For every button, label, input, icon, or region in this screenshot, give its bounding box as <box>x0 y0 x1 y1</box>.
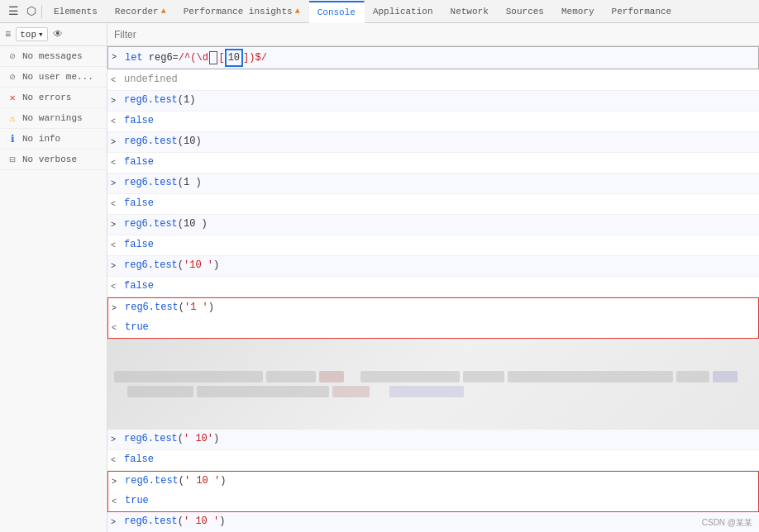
perf-warn-icon: ▲ <box>295 7 300 16</box>
blur-blocks <box>107 364 759 404</box>
blur-8 <box>713 371 738 382</box>
console-row-false4: < false <box>107 235 759 256</box>
blur-9 <box>127 386 193 397</box>
tab-console[interactable]: Console <box>309 1 365 23</box>
console-row-false2: < false <box>107 153 759 173</box>
no-user-label: No user me... <box>22 72 93 82</box>
tab-performance[interactable]: Performance <box>604 0 681 22</box>
menu-icon[interactable]: ☰ <box>7 5 20 18</box>
warning-icon: ⚠ <box>7 112 18 124</box>
top-nav: ☰ ⬡ Elements Recorder ▲ Performance insi… <box>0 0 759 23</box>
console-row-false5: < false <box>107 277 759 297</box>
arrow-right-2: > <box>111 94 124 109</box>
row-content-sp10spsp: reg6.test(' 10 ') <box>124 514 752 529</box>
user-icon: ⊘ <box>7 71 18 83</box>
blur-7 <box>676 371 709 382</box>
row-content-true1-hl: true <box>125 320 752 335</box>
console-row-test1: > reg6.test(1) <box>107 91 759 112</box>
sidebar-item-no-warnings[interactable]: ⚠ No warnings <box>0 108 107 129</box>
arrow-left-3: < <box>111 156 124 171</box>
nav-icons: ☰ ⬡ <box>3 5 42 18</box>
blurred-section <box>107 339 759 430</box>
blur-4 <box>360 371 460 382</box>
filter-input[interactable] <box>114 29 752 40</box>
console-row-undefined: < undefined <box>107 70 759 91</box>
console-row-true2-hl: < true <box>107 492 759 512</box>
arrow-left-9: < <box>112 495 125 510</box>
arrow-right-3: > <box>111 135 124 150</box>
console-row-sp10spsp: > reg6.test(' 10 ') <box>107 512 759 532</box>
arrow-left-2: < <box>111 115 124 130</box>
blur-2 <box>266 371 316 382</box>
no-messages-label: No messages <box>22 51 83 61</box>
row-content-test10sp: reg6.test(10 ) <box>124 216 752 231</box>
error-icon: ✕ <box>7 92 18 103</box>
no-info-label: No info <box>22 134 60 144</box>
tab-elements[interactable]: Elements <box>45 0 107 22</box>
tab-recorder[interactable]: Recorder ▲ <box>107 0 175 22</box>
row-content-test10spstr: reg6.test('10 ') <box>124 258 752 273</box>
arrow-right-7: > <box>112 302 125 316</box>
bracket-1 <box>209 51 218 64</box>
console-area: > let reg6=/^(\d [10])$/ < undefined > r… <box>107 23 759 532</box>
console-row-test10sp: > reg6.test(10 ) <box>107 215 759 235</box>
no-messages-icon: ⊘ <box>7 50 18 62</box>
row-content-test1spstr-hl: reg6.test('1 ') <box>125 300 752 315</box>
no-errors-label: No errors <box>22 93 71 102</box>
console-row-sp10sp-hl: > reg6.test(' 10 ') <box>107 471 759 492</box>
inspect-icon[interactable]: ⬡ <box>25 5 38 18</box>
blur-10 <box>197 386 329 397</box>
sidebar: ≡ top ▾ 👁 ⊘ No messages ⊘ No user me... … <box>0 23 107 532</box>
row-content-false6: false <box>124 452 752 467</box>
tab-sources[interactable]: Sources <box>498 0 553 22</box>
row-content-false2: false <box>124 154 752 169</box>
arrow-left-5: < <box>111 239 124 254</box>
console-row-true1-hl: < true <box>107 318 759 339</box>
arrow-right-10: > <box>111 515 124 530</box>
arrow-left-8: < <box>111 454 124 468</box>
console-toolbar <box>107 23 759 46</box>
sidebar-item-no-info[interactable]: ℹ No info <box>0 129 107 150</box>
tab-memory[interactable]: Memory <box>553 0 604 22</box>
row-content-test1sp: reg6.test(1 ) <box>124 175 752 190</box>
arrow-left-6: < <box>111 280 124 295</box>
chevron-down-icon: ▾ <box>38 29 44 40</box>
arrow-right-6: > <box>111 259 124 274</box>
console-row-false1: < false <box>107 112 759 132</box>
console-row-false6: < false <box>107 450 759 471</box>
no-warnings-label: No warnings <box>22 113 83 123</box>
arrow-right-9: > <box>112 475 125 490</box>
row-content-false4: false <box>124 237 752 252</box>
blur-3 <box>319 371 344 382</box>
console-row-test1spstr-hl: > reg6.test('1 ') <box>107 297 759 318</box>
row-content-false1: false <box>124 113 752 128</box>
tab-application[interactable]: Application <box>365 0 442 22</box>
blur-1 <box>114 371 263 382</box>
sidebar-item-no-verbose[interactable]: ⊟ No verbose <box>0 150 107 170</box>
console-content[interactable]: > let reg6=/^(\d [10])$/ < undefined > r… <box>107 46 759 532</box>
watermark: CSDN @某某 <box>702 517 752 529</box>
eye-icon[interactable]: 👁 <box>53 28 63 40</box>
console-row-false3: < false <box>107 194 759 215</box>
level-selector[interactable]: top ▾ <box>16 27 47 41</box>
sidebar-menu-btn[interactable]: ≡ <box>5 29 11 40</box>
row-content-true2-hl: true <box>125 493 752 508</box>
tab-performance-insights[interactable]: Performance insights ▲ <box>175 0 309 22</box>
recorder-warn-icon: ▲ <box>161 7 166 16</box>
blur-11 <box>332 386 370 397</box>
main-container: ≡ top ▾ 👁 ⊘ No messages ⊘ No user me... … <box>0 23 759 532</box>
row-content-undefined: undefined <box>124 72 752 87</box>
console-row-sp10: > reg6.test(' 10') <box>107 430 759 450</box>
row-content-test10: reg6.test(10) <box>124 134 752 149</box>
sidebar-item-no-errors[interactable]: ✕ No errors <box>0 88 107 108</box>
row-content-false5: false <box>124 278 752 293</box>
sidebar-item-no-messages[interactable]: ⊘ No messages <box>0 46 107 67</box>
sidebar-toolbar: ≡ top ▾ 👁 <box>0 23 107 46</box>
no-verbose-label: No verbose <box>22 154 77 164</box>
tab-network[interactable]: Network <box>442 0 498 22</box>
row-content-false3: false <box>124 196 752 211</box>
arrow-left-4: < <box>111 197 124 212</box>
sidebar-item-no-user[interactable]: ⊘ No user me... <box>0 67 107 88</box>
nav-tabs: Elements Recorder ▲ Performance insights… <box>45 0 680 22</box>
blur-12 <box>389 386 464 397</box>
